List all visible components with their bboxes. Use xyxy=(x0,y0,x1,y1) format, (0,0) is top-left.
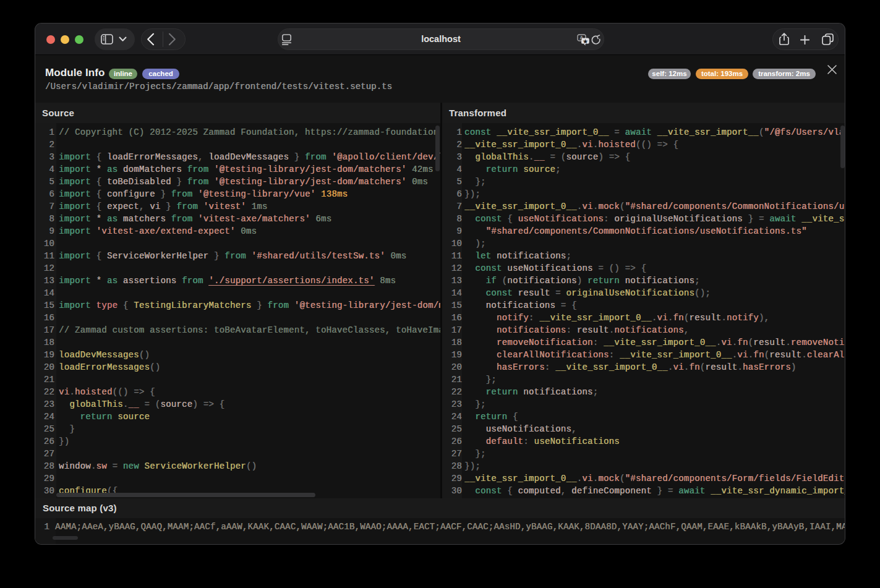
svg-text:★: ★ xyxy=(583,38,589,45)
